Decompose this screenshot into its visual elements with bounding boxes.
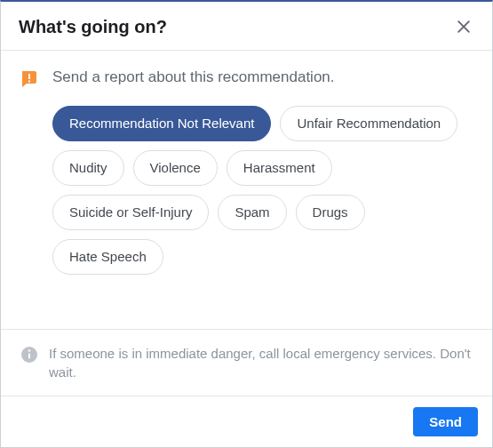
dialog-header: What's going on? (1, 2, 492, 51)
close-icon (455, 18, 473, 36)
svg-rect-2 (28, 74, 30, 79)
report-prompt-row: Send a report about this recommendation. (19, 67, 474, 90)
emergency-warning-text: If someone is in immediate danger, call … (49, 344, 473, 381)
report-option-chip[interactable]: Drugs (296, 195, 365, 230)
report-option-chip[interactable]: Hate Speech (52, 239, 163, 275)
emergency-warning: If someone is in immediate danger, call … (1, 329, 492, 396)
info-icon (20, 346, 38, 364)
report-option-chip[interactable]: Recommendation Not Relevant (52, 106, 271, 141)
dialog-content: Send a report about this recommendation.… (1, 51, 492, 308)
report-option-chip[interactable]: Violence (133, 150, 218, 186)
report-option-chip[interactable]: Nudity (52, 150, 124, 186)
dialog-title: What's going on? (19, 17, 167, 37)
report-icon (19, 68, 40, 90)
dialog-footer: Send (1, 396, 492, 447)
svg-rect-5 (28, 354, 30, 359)
close-button[interactable] (453, 16, 474, 37)
report-option-chip[interactable]: Unfair Recommendation (280, 106, 457, 141)
svg-point-6 (28, 349, 30, 351)
report-option-chip[interactable]: Spam (218, 195, 286, 230)
report-options: Recommendation Not RelevantUnfair Recomm… (52, 106, 474, 275)
svg-rect-3 (28, 81, 30, 83)
report-option-chip[interactable]: Suicide or Self-Injury (52, 195, 209, 230)
report-prompt-text: Send a report about this recommendation. (52, 67, 335, 88)
send-button[interactable]: Send (413, 407, 478, 436)
report-option-chip[interactable]: Harassment (227, 150, 332, 186)
